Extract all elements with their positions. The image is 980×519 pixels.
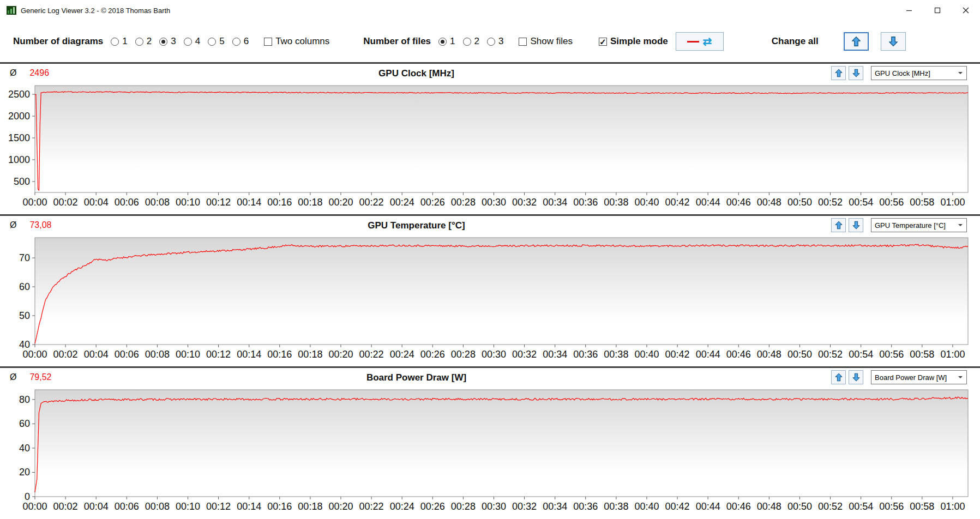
radio-icon[interactable]: [438, 38, 447, 46]
svg-text:2000: 2000: [8, 111, 30, 122]
move-down-button[interactable]: [849, 66, 863, 80]
svg-text:00:58: 00:58: [910, 349, 934, 360]
svg-text:00:10: 00:10: [176, 501, 200, 512]
radio-icon[interactable]: [135, 38, 143, 46]
move-down-button[interactable]: [849, 370, 863, 384]
svg-text:00:48: 00:48: [757, 197, 781, 208]
maximize-icon: [934, 7, 941, 14]
svg-text:00:08: 00:08: [145, 501, 170, 512]
svg-text:00:00: 00:00: [22, 349, 47, 360]
svg-text:60: 60: [19, 281, 30, 292]
move-up-button[interactable]: [831, 370, 846, 384]
red-line-icon: [687, 41, 699, 43]
svg-text:00:42: 00:42: [665, 501, 690, 512]
panel-header: Ø 2496 GPU Clock [MHz] GPU Clock [MHz]: [0, 64, 980, 82]
panel-header: Ø 73,08 GPU Temperature [°C] GPU Tempera…: [0, 216, 980, 234]
svg-text:00:18: 00:18: [298, 349, 322, 360]
app-icon: [7, 5, 16, 15]
svg-text:00:00: 00:00: [22, 501, 47, 512]
simple-mode-checkbox[interactable]: ✓ Simple mode: [599, 36, 668, 47]
metric-select[interactable]: GPU Clock [MHz]: [871, 66, 967, 80]
close-icon: [963, 7, 969, 14]
svg-text:00:40: 00:40: [634, 349, 659, 360]
panel-controls: GPU Clock [MHz]: [828, 66, 967, 80]
svg-text:00:02: 00:02: [53, 501, 78, 512]
svg-text:00:30: 00:30: [482, 501, 506, 512]
svg-text:00:22: 00:22: [359, 349, 384, 360]
plot-area: [35, 238, 968, 345]
svg-text:00:06: 00:06: [115, 349, 139, 360]
svg-text:00:04: 00:04: [84, 197, 109, 208]
svg-text:60: 60: [19, 418, 30, 429]
svg-text:00:16: 00:16: [267, 349, 292, 360]
diagrams-radio-4[interactable]: 4: [184, 36, 200, 47]
checkbox-icon[interactable]: ✓: [519, 38, 527, 46]
radio-icon[interactable]: [487, 38, 495, 46]
titlebar: Generic Log Viewer 3.2 - © 2018 Thomas B…: [0, 0, 980, 21]
svg-text:00:00: 00:00: [22, 197, 47, 208]
checkmark-icon: ✓: [599, 38, 606, 45]
diagrams-radio-1[interactable]: 1: [111, 36, 127, 47]
average-readout: Ø 79,52: [10, 372, 52, 382]
minimize-button[interactable]: [895, 0, 923, 21]
svg-text:00:36: 00:36: [573, 501, 598, 512]
diagrams-radio-5[interactable]: 5: [208, 36, 224, 47]
svg-text:00:08: 00:08: [145, 197, 170, 208]
maximize-button[interactable]: [923, 0, 952, 21]
svg-text:00:48: 00:48: [757, 501, 781, 512]
diagrams-radio-3[interactable]: 3: [159, 36, 176, 47]
svg-text:00:36: 00:36: [573, 349, 598, 360]
arrow-down-icon: [851, 372, 861, 382]
svg-text:00:42: 00:42: [665, 349, 690, 360]
diagrams-radio-6[interactable]: 6: [232, 36, 249, 47]
change-all-down-button[interactable]: [881, 32, 906, 51]
arrow-up-icon: [834, 220, 844, 230]
files-radio-2[interactable]: 2: [463, 36, 479, 47]
svg-text:40: 40: [19, 443, 30, 454]
svg-text:00:54: 00:54: [849, 197, 873, 208]
svg-text:00:18: 00:18: [298, 197, 322, 208]
radio-icon[interactable]: [208, 38, 216, 46]
move-up-button[interactable]: [831, 66, 846, 80]
average-symbol: Ø: [10, 372, 16, 382]
radio-icon[interactable]: [184, 38, 192, 46]
svg-text:00:30: 00:30: [482, 349, 506, 360]
svg-text:00:14: 00:14: [237, 197, 261, 208]
metric-select[interactable]: Board Power Draw [W]: [871, 370, 967, 384]
legend-toggle-button[interactable]: ⇄: [676, 32, 724, 51]
svg-text:500: 500: [14, 176, 30, 187]
move-down-button[interactable]: [849, 218, 863, 232]
radio-icon[interactable]: [232, 38, 241, 46]
svg-text:00:46: 00:46: [726, 349, 751, 360]
close-button[interactable]: [952, 0, 980, 21]
svg-text:80: 80: [19, 394, 30, 405]
svg-text:00:46: 00:46: [726, 197, 751, 208]
radio-icon[interactable]: [159, 38, 167, 46]
radio-icon[interactable]: [111, 38, 119, 46]
diagrams-radio-2[interactable]: 2: [135, 36, 152, 47]
move-up-button[interactable]: [831, 218, 846, 232]
svg-text:00:32: 00:32: [512, 501, 537, 512]
files-radio-3[interactable]: 3: [487, 36, 503, 47]
svg-text:00:56: 00:56: [879, 197, 904, 208]
svg-text:00:28: 00:28: [451, 197, 476, 208]
chart-title: Board Power Draw [W]: [0, 368, 833, 387]
radio-icon[interactable]: [463, 38, 471, 46]
panel-controls: Board Power Draw [W]: [828, 370, 967, 384]
checkbox-icon[interactable]: ✓: [264, 38, 272, 46]
change-all-up-button[interactable]: [844, 32, 869, 51]
chart-title: GPU Temperature [°C]: [0, 216, 833, 234]
svg-text:00:06: 00:06: [115, 501, 139, 512]
files-radio-1[interactable]: 1: [438, 36, 455, 47]
arrow-up-icon: [834, 68, 844, 78]
average-symbol: Ø: [10, 220, 16, 230]
plot-area: [35, 86, 968, 192]
checkbox-icon[interactable]: ✓: [599, 38, 607, 46]
svg-text:00:24: 00:24: [390, 197, 414, 208]
show-files-checkbox[interactable]: ✓ Show files: [519, 36, 572, 47]
metric-select[interactable]: GPU Temperature [°C]: [871, 218, 967, 232]
svg-text:00:36: 00:36: [573, 197, 598, 208]
change-all-label: Change all: [772, 36, 819, 47]
two-columns-checkbox[interactable]: ✓ Two columns: [264, 36, 329, 47]
average-value: 73,08: [29, 220, 51, 230]
